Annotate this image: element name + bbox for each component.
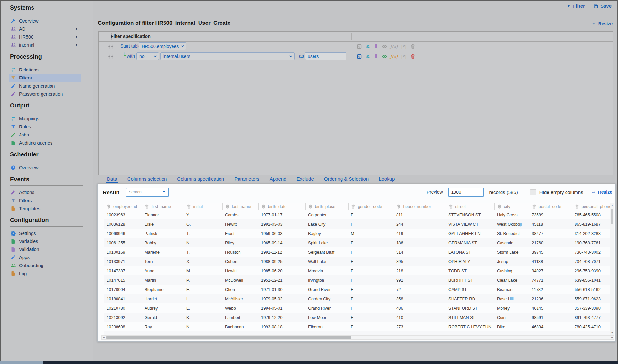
column-header-street[interactable]: street xyxy=(446,203,494,210)
trash-icon[interactable] xyxy=(410,44,416,49)
parallel-icon[interactable]: ‖ xyxy=(373,54,379,59)
submenu-arrow-icon[interactable]: › xyxy=(75,25,77,32)
table-horizontal-scrollbar[interactable]: ◄ ► xyxy=(101,335,614,340)
and-icon[interactable]: & xyxy=(365,54,371,59)
table-row[interactable]: 10147387AnnaM.Hewitt1985-06-20MoraviaF21… xyxy=(104,266,610,275)
vertical-scroll-thumb[interactable] xyxy=(611,209,613,224)
search-filter-icon[interactable] xyxy=(162,190,166,195)
sidebar-item-processing-name-generation[interactable]: Name generation xyxy=(9,82,81,90)
filter-button[interactable]: Filter xyxy=(566,3,585,9)
sidebar-item-output-roles[interactable]: Roles xyxy=(9,123,81,131)
column-header-initial[interactable]: initial xyxy=(184,203,222,210)
page-scroll-thumb[interactable] xyxy=(0,361,43,364)
scroll-down-arrow[interactable]: ▼ xyxy=(610,331,614,335)
scroll-left-arrow[interactable]: ◄ xyxy=(102,336,106,339)
sidebar-item-processing-relations[interactable]: Relations xyxy=(9,66,81,74)
chain-icon[interactable] xyxy=(381,54,388,59)
sidebar-item-configuration-validation[interactable]: Validation xyxy=(9,245,81,253)
sidebar-item-scheduler-overview[interactable]: Overview xyxy=(9,163,81,172)
parallel-icon[interactable]: ‖ xyxy=(373,44,379,49)
column-header-city[interactable]: city xyxy=(494,203,529,210)
and-icon[interactable]: & xyxy=(365,44,371,49)
table-row[interactable]: 10061255BobbyN.Riley1965-09-14Spirit Lak… xyxy=(104,238,610,247)
chain-icon[interactable] xyxy=(381,44,388,49)
tab-exclude[interactable]: Exclude xyxy=(296,176,314,183)
section-divider xyxy=(10,63,83,63)
alias-input[interactable] xyxy=(305,52,346,60)
table-vertical-scrollbar[interactable]: ▲ ▼ xyxy=(610,203,614,335)
drag-handle-icon[interactable] xyxy=(108,44,114,49)
sidebar-item-events-filters[interactable]: Filters xyxy=(9,196,81,204)
function-icon[interactable]: ƒ(x) xyxy=(390,54,398,59)
resize-link-top[interactable]: ⇔ Resize xyxy=(591,21,613,26)
hide-empty-columns-checkbox[interactable] xyxy=(530,189,536,195)
table-row[interactable]: 10100169MarleneT.Houston1991-11-12Sergea… xyxy=(104,247,610,257)
sidebar-item-systems-ad[interactable]: AD› xyxy=(9,25,81,33)
tab-data[interactable]: Data xyxy=(106,176,118,183)
table-row[interactable]: 10180841HarrietL.McAllister1979-05-02Gar… xyxy=(104,294,610,303)
sidebar-item-output-mappings[interactable]: Mappings xyxy=(9,115,81,123)
sidebar-item-systems-internal[interactable]: internal› xyxy=(9,41,81,49)
column-header-postal-code[interactable]: postal_code xyxy=(529,203,572,210)
column-header-personal-phone[interactable]: personal_phone_ xyxy=(572,203,610,210)
table-row[interactable]: 10147615MartinP.McDowell1951-12-21Irving… xyxy=(104,275,610,285)
related-table-select[interactable]: internal.users xyxy=(160,52,295,60)
sidebar-item-systems-hr500[interactable]: HR500› xyxy=(9,33,81,41)
column-header-birth-date[interactable]: birth_date xyxy=(258,203,305,210)
column-header-employee-id[interactable]: employee_id xyxy=(104,203,142,210)
table-row[interactable]: 10133971TerriX.Cohen1988-09-25Wall LakeF… xyxy=(104,257,610,266)
table-row[interactable]: 10238608RayN.Buchanan1993-08-18ElberonF2… xyxy=(104,322,610,331)
scroll-right-arrow[interactable]: ► xyxy=(610,336,614,339)
table-row[interactable]: 10036128ElsieG.Hewitt1992-03-03Lake City… xyxy=(104,219,610,229)
function-icon[interactable]: ƒ(x) xyxy=(390,44,398,49)
column-header-gender-code[interactable]: gender_code xyxy=(348,203,394,210)
sidebar-item-output-auditing-queries[interactable]: Auditing queries xyxy=(9,139,81,147)
tab-lookup[interactable]: Lookup xyxy=(378,176,395,183)
sidebar-item-processing-filters[interactable]: Filters xyxy=(9,74,81,82)
sidebar-item-events-templates[interactable]: Templates xyxy=(9,204,81,212)
table-cell: 45118 xyxy=(529,219,572,229)
preview-count-input[interactable] xyxy=(448,188,484,197)
column-header-first-name[interactable]: first_name xyxy=(142,203,184,210)
tab-ordering-selection[interactable]: Ordering & Selection xyxy=(323,176,369,183)
table-row[interactable]: 10260454JoseN.Richardson1988-09-26Grand … xyxy=(104,331,610,336)
column-header-birth-place[interactable]: birth_place xyxy=(305,203,348,210)
trash-icon[interactable] xyxy=(410,54,416,59)
column-header-last-name[interactable]: last_name xyxy=(222,203,258,210)
exclude-icon[interactable]: |×| xyxy=(400,54,407,59)
save-button[interactable]: Save xyxy=(594,3,612,9)
tab-columns-selection[interactable]: Columns selection xyxy=(127,176,168,183)
table-row[interactable]: 10213092GeraldK.Lambert1979-12-20Low Moo… xyxy=(104,313,610,322)
sidebar-item-configuration-settings[interactable]: Settings xyxy=(9,229,81,237)
sidebar-item-events-actions[interactable]: Actions xyxy=(9,188,81,196)
tab-parameters[interactable]: Parameters xyxy=(234,176,260,183)
table-cell: Buchanan xyxy=(222,322,258,331)
table-row[interactable]: 10023963EleanorY.Combs1977-01-17Carpente… xyxy=(104,210,610,219)
sidebar-item-systems-overview[interactable]: Overview xyxy=(9,17,81,25)
page-horizontal-scrollbar[interactable] xyxy=(0,361,618,364)
quantifier-select[interactable]: no xyxy=(136,52,159,60)
horizontal-scroll-thumb[interactable] xyxy=(106,336,351,339)
sidebar-item-configuration-log[interactable]: Log xyxy=(9,269,81,277)
submenu-arrow-icon[interactable]: › xyxy=(75,33,77,40)
sidebar-item-configuration-apps[interactable]: Apps xyxy=(9,253,81,261)
checkbox-icon[interactable] xyxy=(356,54,362,59)
submenu-arrow-icon[interactable]: › xyxy=(75,42,77,48)
resize-link-result[interactable]: ⇔ Resize xyxy=(591,190,612,195)
checkbox-icon[interactable] xyxy=(356,44,362,49)
table-row[interactable]: 10210780AudreyL.Webb1994-05-01Grand Rive… xyxy=(104,303,610,313)
sidebar-item-processing-password-generation[interactable]: Password generation xyxy=(9,90,81,98)
table-row[interactable]: 10060946PatrickT.Frost1959-06-03BagleyM4… xyxy=(104,229,610,238)
tab-columns-specification[interactable]: Columns specification xyxy=(176,176,225,183)
drag-handle-icon[interactable] xyxy=(108,54,114,59)
tab-append[interactable]: Append xyxy=(269,176,287,183)
table-row[interactable]: 10170004StephanieE.Chen1971-01-30Grand R… xyxy=(104,285,610,294)
sidebar-item-output-jobs[interactable]: Jobs xyxy=(9,131,81,139)
exclude-icon[interactable]: |×| xyxy=(400,44,407,49)
sidebar-item-configuration-onboarding[interactable]: Onboarding xyxy=(9,261,81,269)
scroll-up-arrow[interactable]: ▲ xyxy=(610,203,614,208)
column-header-house-number[interactable]: house_number xyxy=(394,203,446,210)
search-input[interactable] xyxy=(126,190,162,194)
sidebar-item-configuration-variables[interactable]: Variables xyxy=(9,237,81,245)
start-table-select[interactable]: HR500.employees xyxy=(139,42,186,50)
